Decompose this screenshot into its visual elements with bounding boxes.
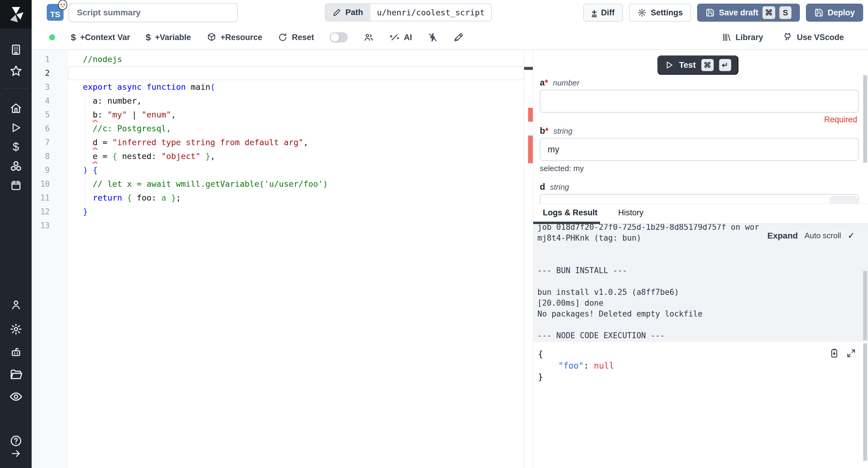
- variables-dollar-icon[interactable]: $: [0, 140, 32, 154]
- path-editor[interactable]: Path u/henri/coolest_script: [325, 3, 492, 22]
- dollar-icon: $: [146, 32, 151, 42]
- scrollbar-thumb[interactable]: [863, 271, 867, 340]
- line-number: 9: [32, 163, 50, 177]
- code-text: d = "inferred type string from default a…: [50, 136, 308, 149]
- code-text: return { foo: a };: [50, 191, 181, 205]
- test-button[interactable]: Test ⌘ ↵: [657, 56, 738, 75]
- logs-controls: Expand Auto scroll ✓: [767, 231, 855, 241]
- field-input-b[interactable]: [540, 138, 859, 161]
- header-actions: ± Diff Settings Save draft ⌘ S Deploy: [583, 3, 863, 22]
- use-vscode-button[interactable]: Use VScode: [782, 32, 844, 42]
- add-resource-button[interactable]: +Resource: [207, 33, 262, 42]
- code-line[interactable]: 4 a: number,: [32, 94, 533, 108]
- schedules-calendar-icon[interactable]: [0, 178, 32, 193]
- library-button[interactable]: Library: [721, 33, 763, 42]
- deploy-button[interactable]: Deploy: [806, 4, 863, 22]
- code-line[interactable]: 7 d = "inferred type string from default…: [32, 136, 533, 149]
- ai-label: AI: [404, 33, 412, 42]
- result-actions: [829, 348, 856, 358]
- code-text: a: number,: [50, 94, 142, 108]
- code-text: [50, 219, 83, 233]
- help-icon[interactable]: [0, 434, 32, 448]
- collapse-arrow-icon[interactable]: [0, 446, 32, 461]
- code-line[interactable]: 5 b: "my" | "enum",: [32, 108, 533, 122]
- multiplayer-button[interactable]: [364, 32, 374, 42]
- runs-play-icon[interactable]: [0, 121, 32, 135]
- save-icon: [814, 8, 824, 17]
- toolbar-right: Library Use VScode: [721, 32, 844, 42]
- toggle-knob: [331, 33, 339, 41]
- typescript-badge: TS: [47, 4, 64, 21]
- favorites-star-icon[interactable]: [0, 64, 32, 78]
- deploy-button-label: Deploy: [828, 8, 855, 18]
- workers-robot-icon[interactable]: [0, 345, 32, 360]
- code-line[interactable]: 3export async function main(: [32, 80, 533, 94]
- result-json: { "foo": null }: [538, 349, 868, 383]
- line-number: 10: [32, 177, 50, 191]
- ai-button[interactable]: AI: [390, 32, 412, 42]
- windmill-logo[interactable]: [0, 0, 32, 29]
- add-context-var-button[interactable]: $ +Context Var: [71, 32, 130, 42]
- tab-history[interactable]: History: [618, 208, 644, 218]
- add-variable-button[interactable]: $ +Variable: [146, 32, 191, 42]
- diff-button[interactable]: ± Diff: [583, 4, 623, 22]
- toolbar-left: $ +Context Var $ +Variable +Resource Res…: [32, 32, 464, 42]
- code-line[interactable]: 2: [32, 66, 533, 80]
- script-summary-input[interactable]: [68, 3, 238, 22]
- test-panel: Test ⌘ ↵ a*number Required b*string sele…: [533, 50, 868, 468]
- package-icon: [207, 33, 216, 42]
- code-line[interactable]: 10 // let x = await wmill.getVariable('u…: [32, 177, 533, 191]
- line-number: 13: [32, 219, 50, 233]
- windmill-script-editor: $ TS: [0, 0, 868, 468]
- auto-scroll-label[interactable]: Auto scroll: [804, 231, 841, 240]
- required-asterisk: *: [545, 78, 548, 87]
- reset-label: Reset: [292, 33, 314, 42]
- code-line[interactable]: 6 //c: Postgresql,: [32, 122, 533, 136]
- json-key[interactable]: "foo": [558, 361, 584, 371]
- check-icon: ✓: [848, 231, 855, 241]
- active-tab-underline: [533, 222, 600, 224]
- field-type: number: [553, 78, 579, 87]
- expand-result-icon[interactable]: [846, 348, 856, 358]
- logs-output[interactable]: job 018d7f20-27f0-725d-1b29-8d85179d757f…: [533, 224, 868, 341]
- workspace-building-icon[interactable]: [0, 42, 32, 57]
- reset-button[interactable]: Reset: [278, 33, 314, 42]
- code-text: // let x = await wmill.getVariable('u/us…: [50, 177, 328, 191]
- home-icon[interactable]: [0, 101, 32, 115]
- pencil-icon: [333, 8, 341, 16]
- scrollbar-thumb[interactable]: [863, 75, 867, 163]
- code-line[interactable]: 8 e = { nested: "object" },: [32, 149, 533, 163]
- add-variable-label: +Variable: [155, 33, 191, 42]
- typescript-badge-label: TS: [50, 10, 60, 19]
- folders-icon[interactable]: [0, 367, 32, 381]
- code-line[interactable]: 12}: [32, 205, 533, 219]
- save-draft-button[interactable]: Save draft ⌘ S: [697, 4, 800, 22]
- field-input-a[interactable]: [540, 90, 859, 113]
- slashed-assistant-icon: [428, 32, 438, 42]
- settings-button[interactable]: Settings: [629, 4, 691, 22]
- dollar-icon: $: [71, 32, 76, 42]
- line-number: 5: [32, 108, 50, 122]
- copy-clipboard-icon[interactable]: [829, 348, 839, 358]
- diff-mode-toggle[interactable]: [330, 32, 348, 42]
- header: TS Path u/henri/coolest_script ± Diff Se…: [32, 0, 868, 25]
- code-line[interactable]: 13: [32, 219, 533, 233]
- code-line[interactable]: 9) {: [32, 163, 533, 177]
- use-vscode-label: Use VScode: [797, 33, 844, 42]
- user-icon[interactable]: [0, 298, 32, 312]
- path-value[interactable]: u/henri/coolest_script: [370, 4, 492, 21]
- expand-logs-button[interactable]: Expand: [767, 231, 798, 241]
- code-line[interactable]: 1//nodejs: [32, 53, 533, 66]
- resources-cubes-icon[interactable]: [0, 159, 32, 173]
- settings-gear-icon[interactable]: [0, 322, 32, 336]
- audit-eye-icon[interactable]: [0, 390, 32, 404]
- format-button[interactable]: [454, 32, 464, 42]
- library-icon: [721, 33, 731, 42]
- scrollbar-thumb[interactable]: [863, 343, 867, 461]
- code-editor[interactable]: 1//nodejs23export async function main(4 …: [32, 50, 533, 468]
- code-line[interactable]: 11 return { foo: a };: [32, 191, 533, 205]
- disable-assistant-button[interactable]: [428, 32, 438, 42]
- line-number: 12: [32, 205, 50, 219]
- tab-logs-result[interactable]: Logs & Result: [543, 208, 598, 218]
- save-icon: [706, 8, 715, 17]
